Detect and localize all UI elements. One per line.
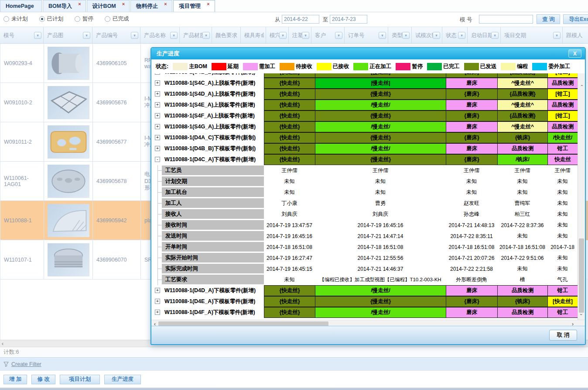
filter-chevron-icon[interactable]: ▾: [458, 32, 465, 39]
filter-chevron-icon[interactable]: ▾: [131, 32, 138, 39]
scroll-down-icon[interactable]: ›: [578, 311, 585, 318]
column-header[interactable]: 类型▾: [388, 27, 412, 44]
column-header[interactable]: 项目交期▾: [501, 27, 563, 44]
tree-node[interactable]: +W110088-1(S4D_A)上脱板零件(新增): [151, 89, 264, 100]
radio-planned[interactable]: 已计划: [39, 15, 64, 23]
date-from-input[interactable]: [282, 15, 319, 24]
tree-node[interactable]: +W110088-1(S4E_A)上脱板零件(新增): [151, 100, 264, 110]
tree-row: +W110088-1(S4F_A)上脱板零件(新增) {快走丝} {慢走丝} {…: [151, 110, 585, 121]
expander-icon[interactable]: +: [155, 310, 160, 315]
close-icon[interactable]: ×: [164, 2, 167, 7]
filter-chevron-icon[interactable]: ▾: [279, 32, 287, 39]
column-label: 试模次数: [415, 32, 433, 39]
close-icon[interactable]: ×: [207, 2, 209, 7]
column-header[interactable]: 跟模人: [563, 27, 588, 44]
modal-vscrollbar[interactable]: › ›: [578, 73, 585, 320]
project-plan-button[interactable]: 项目计划: [60, 375, 100, 384]
filter-chevron-icon[interactable]: ▾: [379, 32, 386, 39]
radio-paused[interactable]: 暂停: [75, 15, 93, 23]
column-header[interactable]: 注塑机▾: [289, 27, 311, 44]
column-header[interactable]: 产品名称▾: [140, 27, 180, 44]
expander-icon[interactable]: +: [155, 135, 160, 140]
collapse-icon[interactable]: -: [155, 157, 160, 162]
tab-project-management[interactable]: 项目管理×: [173, 0, 215, 12]
production-progress-button[interactable]: 生产进度: [104, 375, 141, 384]
tree-row: +W110088-1(D4E_A)下模板零件(新增) {快走丝} {慢走丝} {…: [151, 296, 585, 307]
tree-node[interactable]: +W110088-1(S4C_A)上脱板零件(新增): [151, 78, 264, 89]
column-header[interactable]: 产品材质▾: [180, 27, 212, 44]
expander-icon[interactable]: +: [155, 146, 160, 151]
filter-chevron-icon[interactable]: ▾: [302, 32, 309, 39]
filter-chevron-icon[interactable]: ▾: [170, 32, 178, 39]
expander-icon[interactable]: +: [155, 299, 160, 304]
close-icon[interactable]: ×: [78, 2, 81, 7]
radio-finished[interactable]: 已完成: [105, 15, 129, 23]
export-excel-button[interactable]: 导出Excel: [563, 14, 588, 24]
column-header[interactable]: 订单号▾: [345, 27, 388, 44]
detail-row: 加工人 丁小康 曹勇 赵发旺 曹纯军 未知: [151, 198, 585, 209]
tree-node[interactable]: +W110088-1(D4E_A)下模板零件(新增): [151, 296, 264, 307]
cancel-button[interactable]: 取 消: [549, 330, 577, 341]
scroll-left-icon[interactable]: ‹: [2, 341, 3, 347]
filter-chevron-icon[interactable]: ▾: [34, 32, 41, 39]
expander-icon[interactable]: +: [155, 80, 160, 86]
legend-item-label: 暂停: [412, 63, 423, 70]
filter-chevron-icon[interactable]: ▾: [433, 32, 440, 39]
add-button[interactable]: 增 加: [3, 375, 27, 384]
stage-cell: [快走丝]: [547, 296, 578, 307]
expander-icon[interactable]: +: [155, 73, 160, 75]
close-icon[interactable]: ×: [122, 2, 125, 7]
expander-icon[interactable]: +: [155, 102, 160, 107]
detail-label: 实际完成时间: [162, 264, 264, 273]
column-header[interactable]: 状态▾: [442, 27, 468, 44]
detail-row: 接收人 刘典庆 刘典庆 孙忠峰 柏三红 未知: [151, 209, 585, 220]
column-header[interactable]: 模穴数▾: [266, 27, 289, 44]
vscroll-thumb[interactable]: [579, 238, 584, 313]
legend-item: 延期: [212, 63, 239, 70]
scroll-up-icon[interactable]: ›: [578, 82, 585, 89]
search-button[interactable]: 查 询: [537, 14, 560, 24]
tree-node[interactable]: +W110088-1(S4G_A)上脱板零件(新增): [151, 121, 264, 132]
expander-icon[interactable]: +: [155, 113, 160, 118]
tree-node[interactable]: +W110088-1(D4F_A)下模板零件(新增): [151, 307, 264, 318]
radio-label: 已计划: [47, 15, 64, 23]
tree-node[interactable]: +W110088-1(D4A_C)下模板零件(新制): [151, 132, 264, 143]
filter-chevron-icon[interactable]: ▾: [491, 32, 499, 39]
filter-chevron-icon[interactable]: ▾: [202, 32, 210, 39]
stage-cell: {快走丝}: [264, 285, 315, 296]
tree-node[interactable]: +W110088-1(S4B_B)上脱板零件(新制): [151, 73, 264, 78]
tab-material-stop[interactable]: 物料停止×: [130, 0, 172, 12]
detail-value: 槽: [497, 274, 547, 285]
tree-node[interactable]: +W110088-1(S4F_A)上脱板零件(新增): [151, 110, 264, 121]
column-header[interactable]: 产品编号▾: [92, 27, 140, 44]
expander-icon[interactable]: +: [155, 91, 160, 97]
tab-bom-import[interactable]: BOM导入×: [43, 0, 86, 12]
filter-chevron-icon[interactable]: ▾: [83, 32, 90, 39]
tree-node[interactable]: -W110088-1(D4C_A)下模板零件(新增): [151, 154, 264, 165]
radio-unplanned[interactable]: 未计划: [3, 15, 28, 23]
date-to-input[interactable]: [330, 15, 367, 24]
filter-chevron-icon[interactable]: ▾: [402, 32, 410, 39]
expander-icon[interactable]: +: [155, 288, 160, 293]
filter-chevron-icon[interactable]: ▾: [553, 32, 561, 39]
column-header[interactable]: 模号▾: [0, 27, 44, 44]
dialog-close-button[interactable]: X: [568, 49, 581, 58]
column-header[interactable]: 启动日期▾: [468, 27, 501, 44]
tab-homepage[interactable]: HomePage: [0, 0, 42, 12]
mold-no-label: 模 号: [460, 16, 472, 24]
filter-chevron-icon[interactable]: ▾: [335, 32, 342, 39]
column-header[interactable]: 产品图▾: [44, 27, 92, 44]
column-header[interactable]: 模具寿命: [241, 27, 266, 44]
stage-cell: {快走丝}: [264, 296, 315, 307]
column-header[interactable]: 试模次数▾: [412, 27, 442, 44]
tree-node[interactable]: +W110088-1(D4B_B)下模板零件(新制): [151, 143, 264, 154]
mold-no-input[interactable]: [479, 15, 533, 24]
column-header[interactable]: 颜色要求: [212, 27, 241, 44]
detail-row: 发送时间 2014-7-19 16:45:16 2014-7-21 14:47:…: [151, 231, 585, 242]
expander-icon[interactable]: +: [155, 124, 160, 129]
column-header[interactable]: 客户▾: [311, 27, 345, 44]
modify-button[interactable]: 修 改: [31, 375, 55, 384]
tab-design-bom[interactable]: 设计BOM×: [87, 0, 130, 12]
create-filter-link[interactable]: Create Filter: [11, 361, 41, 367]
tree-node[interactable]: +W110088-1(D4D_A)下模板零件(新增): [151, 285, 264, 296]
